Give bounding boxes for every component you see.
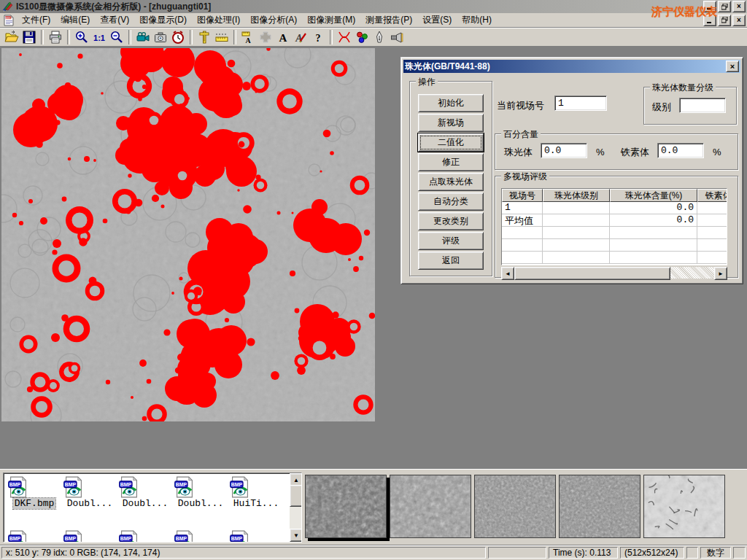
table-hscrollbar[interactable]: ◄ ► [501,267,727,279]
restore-button[interactable] [718,1,731,12]
svg-text:BMP: BMP [176,482,187,487]
filelist-scroll-thumb[interactable] [290,485,302,507]
multifield-table[interactable]: 视场号珠光体级别珠光体含量(%)铁素体含量(%)10.0平均值0.0 [501,188,727,265]
filelist-scroll-down[interactable]: ▼ [290,529,302,542]
flashlight-button[interactable] [388,28,406,46]
pick-pearlite-button[interactable]: 点取珠光体 [418,173,484,191]
rate-button[interactable]: 评级 [418,232,484,250]
menu-item-report[interactable]: 测量报告(P) [360,12,417,28]
status-mode: 数字 [700,547,731,559]
menu-items: 文件(F)编辑(E)查看(V)图像显示(D)图像处理(I)图像分析(A)图像测量… [17,12,497,28]
save-button[interactable] [20,28,38,46]
current-field-input[interactable] [554,96,607,111]
specimen-image[interactable] [1,48,375,421]
specimen-thumbnail[interactable] [305,475,387,538]
table-row[interactable] [502,239,727,252]
change-category-button[interactable]: 更改类别 [418,212,484,230]
toolbar-separator [190,30,193,44]
camera-button[interactable] [152,28,169,46]
toolbar-separator [330,30,333,44]
file-item-partial[interactable]: BMP [7,530,61,542]
auto-classify-button[interactable]: 自动分类 [418,192,484,211]
multifield-group: 多视场评级 视场号珠光体级别珠光体含量(%)铁素体含量(%)10.0平均值0.0… [495,176,738,278]
specimen-thumbnail[interactable] [559,475,640,538]
specimen-thumbnail[interactable] [474,475,556,538]
menu-item-image-display[interactable]: 图像显示(D) [134,12,192,28]
annotate-button[interactable]: A [292,28,309,46]
svg-text:BMP: BMP [65,536,77,541]
specimen-thumbnail[interactable] [390,475,471,538]
file-item[interactable]: BMPDoubl... [63,476,117,509]
file-item-partial[interactable]: BMP [63,530,117,542]
level-input[interactable] [679,98,726,113]
new-field-button[interactable]: 新视场 [418,114,484,132]
initialize-button[interactable]: 初始化 [418,94,484,112]
mdi-minimize-button[interactable] [703,15,716,26]
zoom-in-button[interactable] [73,28,90,46]
specimen-thumbnail[interactable] [643,475,725,538]
table-row[interactable] [502,227,727,239]
minimize-button[interactable] [703,1,716,12]
table-column-header[interactable]: 珠光体级别 [543,189,610,202]
ruler-button[interactable] [213,28,231,46]
grid-button[interactable] [257,28,274,46]
ferrite-value-input[interactable] [657,143,704,158]
close-button[interactable]: × [732,1,746,12]
file-item-partial[interactable]: BMP [229,530,283,542]
open-file-button[interactable] [3,28,20,46]
menu-item-view[interactable]: 查看(V) [95,12,134,28]
file-item[interactable]: BMPHuiTi... [229,476,283,509]
file-item-partial[interactable]: BMP [174,530,228,542]
mdi-close-button[interactable]: × [732,15,746,26]
print-button[interactable] [47,28,64,46]
pen-button[interactable] [371,28,388,46]
correct-button[interactable]: 修正 [418,153,484,171]
dialog-title-bar[interactable]: 珠光体(GB/T9441-88) × [403,60,740,73]
file-item-partial[interactable]: BMP [118,530,172,542]
filelist-vscrollbar[interactable]: ▲ ▼ [290,473,301,542]
menu-item-edit[interactable]: 编辑(E) [55,12,95,28]
file-item[interactable]: BMPDoubl... [174,476,228,509]
return-button[interactable]: 返回 [418,252,484,270]
table-column-header[interactable]: 珠光体含量(%) [610,189,697,202]
status-position: x: 510 y: 79 idx: 0 RGB: (174, 174, 174) [1,547,486,559]
menu-item-image-measure[interactable]: 图像测量(M) [302,12,360,28]
curve-cut-button[interactable] [336,28,353,46]
zoom-out-button[interactable] [108,28,125,46]
video-camera-button[interactable] [134,28,152,46]
scroll-thumb[interactable] [514,267,670,280]
table-cell [543,239,610,252]
table-cell: 0.0 [610,214,697,227]
table-row[interactable]: 10.0 [502,202,727,214]
scroll-track[interactable] [670,267,714,279]
table-row[interactable]: 平均值0.0 [502,214,727,227]
svg-text:BMP: BMP [176,536,187,541]
binarize-button[interactable]: 二值化 [418,133,484,152]
document-icon[interactable]: DOC [4,15,15,26]
menu-item-image-analysis[interactable]: 图像分析(A) [245,12,302,28]
menu-item-settings[interactable]: 设置(S) [417,12,457,28]
svg-text:?: ? [316,32,321,43]
mdi-restore-button[interactable] [718,15,731,26]
file-list[interactable]: ▲ ▼ BMPDKF.bmpBMPDoubl...BMPDoubl...BMPD… [3,472,302,542]
menu-item-file[interactable]: 文件(F) [17,12,55,28]
phase-color-button[interactable] [353,28,371,46]
help-button[interactable]: ? [309,28,327,46]
caliper-button[interactable] [196,28,213,46]
file-item[interactable]: BMPDKF.bmp [7,476,61,509]
text-button[interactable]: A [274,28,292,46]
scroll-left-button[interactable]: ◄ [501,267,514,280]
operations-group-label: 操作 [416,76,438,88]
measure-label-button[interactable]: A [239,28,257,46]
table-row[interactable] [502,252,727,264]
actual-size-button[interactable]: 1:1 [90,28,108,46]
scroll-right-button[interactable]: ► [714,267,727,280]
table-column-header[interactable]: 视场号 [502,189,543,202]
menu-item-image-processing[interactable]: 图像处理(I) [192,12,245,28]
timer-button[interactable] [169,28,187,46]
file-item[interactable]: BMPDoubl... [118,476,172,509]
pearlite-value-input[interactable] [541,143,587,158]
menu-item-help[interactable]: 帮助(H) [457,12,497,28]
table-column-header[interactable]: 铁素体含量(%) [697,189,727,202]
dialog-close-button[interactable]: × [726,61,739,72]
